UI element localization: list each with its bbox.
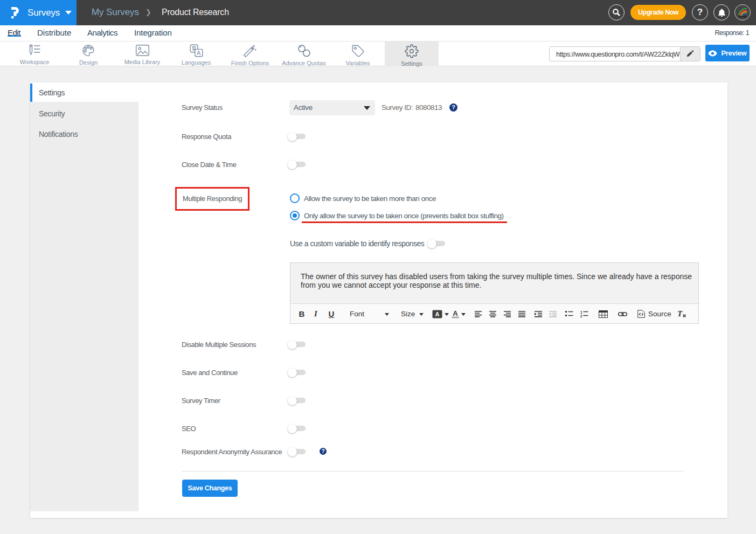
svg-text:A: A: [453, 309, 458, 317]
svg-text:A: A: [197, 50, 200, 56]
svg-text:A: A: [435, 311, 440, 317]
svg-text:T: T: [677, 310, 683, 318]
svg-text:2: 2: [580, 314, 582, 318]
